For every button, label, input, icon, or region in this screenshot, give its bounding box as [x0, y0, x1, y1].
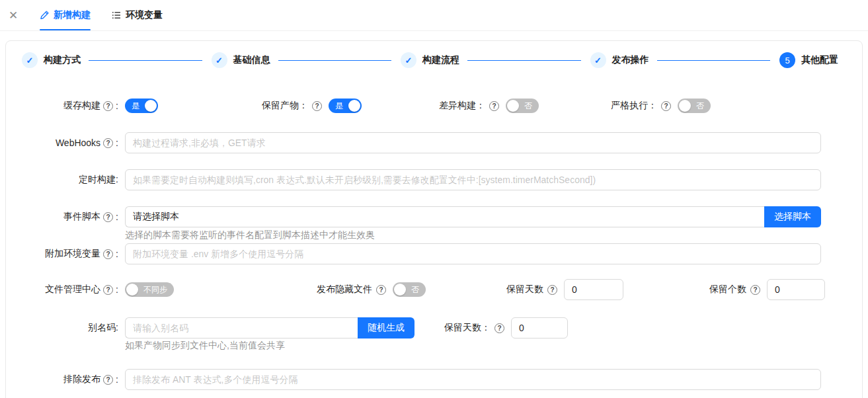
strict-exec-group: 严格执行： ? 否 [611, 95, 711, 116]
keep-count-group: 保留个数 ? [709, 279, 825, 300]
keep-artifact-label: 保留产物： ? [262, 100, 322, 112]
step-basic-info[interactable]: ✓ 基础信息 [212, 52, 401, 68]
check-icon: ✓ [212, 52, 227, 68]
toggle-knob [394, 284, 406, 296]
help-icon[interactable]: ? [661, 101, 671, 111]
keep-days-input[interactable] [564, 279, 623, 300]
help-icon[interactable]: ? [103, 101, 113, 111]
help-icon[interactable]: ? [376, 285, 386, 295]
step-number: 5 [779, 52, 795, 68]
strict-exec-toggle[interactable]: 否 [678, 99, 711, 113]
step-title: 其他配置 [801, 54, 838, 66]
step-build-method[interactable]: ✓ 构建方式 [22, 52, 212, 68]
exclude-publish-input[interactable] [125, 369, 821, 390]
keep-artifact-group: 保留产物： ? 是 [262, 95, 362, 116]
diff-build-toggle[interactable]: 否 [506, 99, 539, 113]
cron-label: 定时构建: [22, 174, 118, 186]
step-title: 基础信息 [233, 54, 270, 66]
check-icon: ✓ [22, 52, 38, 68]
alias-label: 别名码: [22, 322, 118, 334]
step-connector [467, 60, 581, 61]
help-icon[interactable]: ? [103, 212, 113, 222]
extra-env-input[interactable] [125, 243, 821, 264]
random-generate-button[interactable]: 随机生成 [358, 317, 414, 338]
exclude-publish-row: 排除发布 ? : [22, 369, 821, 390]
step-connector [278, 60, 392, 61]
close-icon[interactable]: ✕ [5, 0, 21, 30]
toggle-knob [679, 100, 691, 112]
event-script-row: 事件脚本 ? : 选择脚本 [22, 206, 821, 227]
keep-days-label: 保留天数 ? [506, 284, 557, 296]
tab-env-vars[interactable]: 环境变量 [112, 0, 163, 30]
help-icon[interactable]: ? [103, 138, 113, 148]
help-icon[interactable]: ? [103, 249, 113, 259]
alias-row: 别名码: 随机生成 保留天数： ? [22, 317, 821, 338]
help-icon[interactable]: ? [103, 375, 113, 385]
alias-helper: 如果产物同步到文件中心,当前值会共享 [125, 340, 285, 352]
keep-artifact-toggle[interactable]: 是 [329, 99, 362, 113]
toggle-knob [126, 284, 138, 296]
cache-build-label: 缓存构建 ? : [22, 100, 118, 112]
check-icon: ✓ [401, 52, 416, 68]
diff-build-group: 差异构建： ? 否 [439, 95, 539, 116]
cache-build-toggle[interactable]: 是 [125, 99, 158, 113]
step-title: 发布操作 [612, 54, 649, 66]
wizard-stepper: ✓ 构建方式 ✓ 基础信息 ✓ 构建流程 ✓ 发布操作 5 其他配置 [22, 50, 846, 71]
topbar: ✕ 新增构建 环境变量 [0, 0, 868, 31]
toggle-knob [145, 100, 157, 112]
strict-exec-label: 严格执行： ? [611, 100, 671, 112]
event-script-input[interactable] [125, 206, 764, 227]
help-icon[interactable]: ? [547, 285, 557, 295]
keep-count-input[interactable] [767, 279, 825, 300]
toggle-row: 缓存构建 ? : 是 保留产物： ? 是 差异构建： ? 否 [22, 95, 821, 116]
help-icon[interactable]: ? [312, 101, 322, 111]
help-icon[interactable]: ? [494, 323, 504, 333]
other-config-panel: ✓ 构建方式 ✓ 基础信息 ✓ 构建流程 ✓ 发布操作 5 其他配置 缓存构建 … [5, 40, 863, 398]
file-center-label: 文件管理中心 ? : [22, 284, 118, 296]
alias-keep-days-label: 保留天数： ? [444, 322, 504, 334]
list-icon [112, 11, 121, 20]
toggle-knob [507, 100, 519, 112]
step-title: 构建方式 [44, 54, 81, 66]
exclude-publish-label: 排除发布 ? : [22, 374, 118, 385]
extra-env-label: 附加环境变量 ? : [22, 248, 118, 260]
select-script-button[interactable]: 选择脚本 [764, 206, 821, 227]
webhooks-input[interactable] [125, 132, 821, 153]
help-icon[interactable]: ? [489, 101, 499, 111]
extra-env-row: 附加环境变量 ? : [22, 243, 821, 264]
file-center-row: 文件管理中心 ? : 不同步 发布隐藏文件 ? 否 保留天数 ? 保留个数 [22, 279, 821, 300]
webhooks-label: WebHooks ? : [22, 138, 118, 148]
publish-hidden-group: 发布隐藏文件 ? 否 [317, 279, 426, 300]
step-other-config[interactable]: 5 其他配置 [779, 52, 846, 68]
publish-hidden-toggle[interactable]: 否 [393, 282, 426, 297]
tab-label: 环境变量 [126, 9, 163, 21]
keep-count-label: 保留个数 ? [709, 284, 760, 296]
cron-row: 定时构建: [22, 169, 821, 190]
diff-build-label: 差异构建： ? [439, 100, 499, 112]
tab-label: 新增构建 [54, 9, 91, 21]
alias-input[interactable] [125, 317, 358, 338]
step-publish-action[interactable]: ✓ 发布操作 [590, 52, 780, 68]
event-script-label: 事件脚本 ? : [22, 211, 118, 223]
file-center-toggle[interactable]: 不同步 [125, 282, 174, 297]
step-title: 构建流程 [422, 54, 459, 66]
help-icon[interactable]: ? [103, 285, 113, 295]
edit-icon [40, 11, 49, 20]
publish-hidden-label: 发布隐藏文件 ? [317, 284, 386, 296]
alias-keep-days-input[interactable] [511, 317, 568, 338]
step-connector [657, 60, 771, 61]
webhooks-row: WebHooks ? : [22, 132, 821, 153]
tab-new-build[interactable]: 新增构建 [40, 0, 91, 30]
keep-days-group: 保留天数 ? [506, 279, 623, 300]
step-connector [89, 60, 202, 61]
check-icon: ✓ [590, 52, 606, 68]
event-script-helper: 选择的脚本需要将监听的事件名配置到脚本描述中才能生效奥 [125, 229, 375, 241]
toggle-knob [348, 100, 360, 112]
cron-input[interactable] [125, 169, 821, 190]
step-build-process[interactable]: ✓ 构建流程 [401, 52, 590, 68]
help-icon[interactable]: ? [750, 285, 760, 295]
tab-bar: 新增构建 环境变量 [29, 0, 173, 30]
